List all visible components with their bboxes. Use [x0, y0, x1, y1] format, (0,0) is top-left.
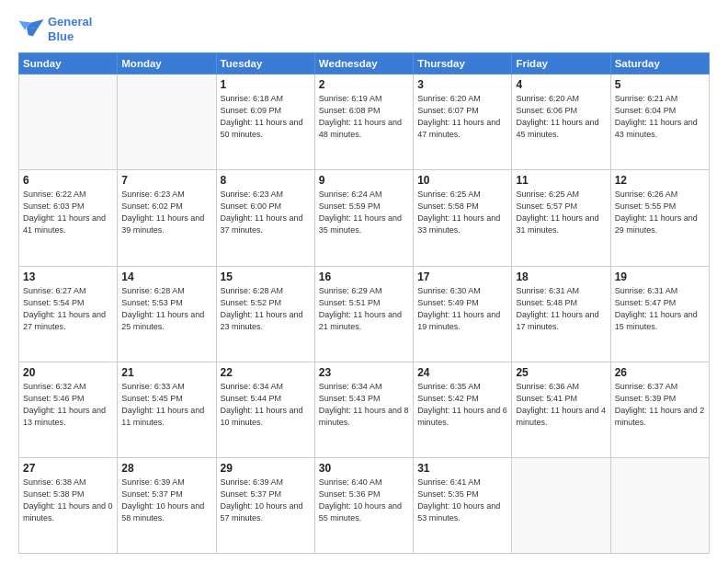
calendar-cell: 9Sunrise: 6:24 AMSunset: 5:59 PMDaylight… [314, 170, 413, 266]
calendar-cell: 12Sunrise: 6:26 AMSunset: 5:55 PMDayligh… [610, 170, 709, 266]
calendar-cell: 14Sunrise: 6:28 AMSunset: 5:53 PMDayligh… [118, 266, 216, 362]
page: General Blue SundayMondayTuesdayWednesda… [0, 0, 728, 563]
header: General Blue [18, 15, 710, 43]
day-number: 15 [221, 270, 311, 283]
calendar-week-row: 20Sunrise: 6:32 AMSunset: 5:46 PMDayligh… [19, 362, 710, 457]
cell-details: Sunrise: 6:31 AMSunset: 5:47 PMDaylight:… [615, 285, 705, 333]
day-number: 21 [121, 366, 211, 379]
day-number: 22 [221, 366, 311, 379]
calendar-cell: 10Sunrise: 6:25 AMSunset: 5:58 PMDayligh… [414, 170, 512, 266]
day-number: 9 [319, 174, 409, 187]
calendar-cell: 20Sunrise: 6:32 AMSunset: 5:46 PMDayligh… [19, 362, 118, 457]
calendar-cell: 2Sunrise: 6:19 AMSunset: 6:08 PMDaylight… [314, 75, 413, 170]
calendar-cell [512, 457, 610, 553]
day-number: 12 [615, 174, 705, 187]
calendar-cell: 18Sunrise: 6:31 AMSunset: 5:48 PMDayligh… [512, 266, 610, 362]
weekday-header: Thursday [414, 53, 512, 75]
cell-details: Sunrise: 6:32 AMSunset: 5:46 PMDaylight:… [23, 381, 113, 429]
day-number: 23 [319, 366, 409, 379]
calendar-table: SundayMondayTuesdayWednesdayThursdayFrid… [18, 52, 710, 554]
cell-details: Sunrise: 6:41 AMSunset: 5:35 PMDaylight:… [417, 477, 507, 524]
day-number: 17 [417, 270, 507, 283]
calendar-cell: 4Sunrise: 6:20 AMSunset: 6:06 PMDaylight… [512, 75, 610, 170]
calendar-cell: 8Sunrise: 6:23 AMSunset: 6:00 PMDaylight… [216, 170, 314, 266]
cell-details: Sunrise: 6:23 AMSunset: 6:00 PMDaylight:… [221, 189, 311, 236]
calendar-cell: 28Sunrise: 6:39 AMSunset: 5:37 PMDayligh… [118, 457, 216, 553]
day-number: 14 [121, 270, 211, 283]
calendar-cell: 29Sunrise: 6:39 AMSunset: 5:37 PMDayligh… [216, 457, 314, 553]
cell-details: Sunrise: 6:34 AMSunset: 5:44 PMDaylight:… [221, 381, 311, 429]
cell-details: Sunrise: 6:25 AMSunset: 5:58 PMDaylight:… [417, 189, 507, 236]
cell-details: Sunrise: 6:39 AMSunset: 5:37 PMDaylight:… [121, 477, 211, 524]
logo: General Blue [18, 15, 92, 43]
day-number: 27 [23, 462, 113, 475]
cell-details: Sunrise: 6:20 AMSunset: 6:06 PMDaylight:… [516, 93, 606, 141]
cell-details: Sunrise: 6:30 AMSunset: 5:49 PMDaylight:… [417, 285, 507, 333]
calendar-cell: 5Sunrise: 6:21 AMSunset: 6:04 PMDaylight… [610, 75, 709, 170]
day-number: 29 [221, 462, 311, 475]
logo-text: General Blue [48, 15, 92, 43]
calendar-cell [118, 75, 216, 170]
calendar-cell: 26Sunrise: 6:37 AMSunset: 5:39 PMDayligh… [610, 362, 709, 457]
cell-details: Sunrise: 6:40 AMSunset: 5:36 PMDaylight:… [319, 477, 409, 524]
calendar-week-row: 13Sunrise: 6:27 AMSunset: 5:54 PMDayligh… [19, 266, 710, 362]
weekday-header: Friday [512, 53, 610, 75]
day-number: 24 [417, 366, 507, 379]
cell-details: Sunrise: 6:21 AMSunset: 6:04 PMDaylight:… [615, 93, 705, 141]
day-number: 28 [121, 462, 211, 475]
calendar-cell: 6Sunrise: 6:22 AMSunset: 6:03 PMDaylight… [19, 170, 118, 266]
day-number: 7 [121, 174, 211, 187]
svg-marker-2 [27, 27, 38, 36]
day-number: 11 [516, 174, 606, 187]
calendar-cell: 16Sunrise: 6:29 AMSunset: 5:51 PMDayligh… [314, 266, 413, 362]
calendar-cell: 25Sunrise: 6:36 AMSunset: 5:41 PMDayligh… [512, 362, 610, 457]
day-number: 10 [417, 174, 507, 187]
day-number: 5 [615, 78, 705, 91]
cell-details: Sunrise: 6:36 AMSunset: 5:41 PMDaylight:… [516, 381, 606, 429]
calendar-cell: 21Sunrise: 6:33 AMSunset: 5:45 PMDayligh… [118, 362, 216, 457]
cell-details: Sunrise: 6:31 AMSunset: 5:48 PMDaylight:… [516, 285, 606, 333]
day-number: 26 [615, 366, 705, 379]
day-number: 18 [516, 270, 606, 283]
calendar-cell: 24Sunrise: 6:35 AMSunset: 5:42 PMDayligh… [414, 362, 512, 457]
day-number: 1 [221, 78, 311, 91]
cell-details: Sunrise: 6:23 AMSunset: 6:02 PMDaylight:… [121, 189, 211, 236]
calendar-cell: 15Sunrise: 6:28 AMSunset: 5:52 PMDayligh… [216, 266, 314, 362]
day-number: 30 [319, 462, 409, 475]
calendar-week-row: 27Sunrise: 6:38 AMSunset: 5:38 PMDayligh… [19, 457, 710, 553]
weekday-header-row: SundayMondayTuesdayWednesdayThursdayFrid… [19, 53, 710, 75]
cell-details: Sunrise: 6:33 AMSunset: 5:45 PMDaylight:… [121, 381, 211, 429]
day-number: 8 [221, 174, 311, 187]
cell-details: Sunrise: 6:24 AMSunset: 5:59 PMDaylight:… [319, 189, 409, 236]
cell-details: Sunrise: 6:26 AMSunset: 5:55 PMDaylight:… [615, 189, 705, 236]
cell-details: Sunrise: 6:22 AMSunset: 6:03 PMDaylight:… [23, 189, 113, 236]
cell-details: Sunrise: 6:29 AMSunset: 5:51 PMDaylight:… [319, 285, 409, 333]
cell-details: Sunrise: 6:34 AMSunset: 5:43 PMDaylight:… [319, 381, 409, 429]
calendar-cell: 13Sunrise: 6:27 AMSunset: 5:54 PMDayligh… [19, 266, 118, 362]
day-number: 6 [23, 174, 113, 187]
logo-icon [18, 19, 44, 40]
calendar-cell: 27Sunrise: 6:38 AMSunset: 5:38 PMDayligh… [19, 457, 118, 553]
cell-details: Sunrise: 6:27 AMSunset: 5:54 PMDaylight:… [23, 285, 113, 333]
weekday-header: Monday [118, 53, 216, 75]
day-number: 20 [23, 366, 113, 379]
day-number: 19 [615, 270, 705, 283]
calendar-cell: 11Sunrise: 6:25 AMSunset: 5:57 PMDayligh… [512, 170, 610, 266]
calendar-cell: 22Sunrise: 6:34 AMSunset: 5:44 PMDayligh… [216, 362, 314, 457]
cell-details: Sunrise: 6:35 AMSunset: 5:42 PMDaylight:… [417, 381, 507, 429]
calendar-cell: 1Sunrise: 6:18 AMSunset: 6:09 PMDaylight… [216, 75, 314, 170]
cell-details: Sunrise: 6:28 AMSunset: 5:52 PMDaylight:… [221, 285, 311, 333]
cell-details: Sunrise: 6:25 AMSunset: 5:57 PMDaylight:… [516, 189, 606, 236]
calendar-cell [19, 75, 118, 170]
calendar-cell: 23Sunrise: 6:34 AMSunset: 5:43 PMDayligh… [314, 362, 413, 457]
day-number: 3 [417, 78, 507, 91]
calendar-cell: 3Sunrise: 6:20 AMSunset: 6:07 PMDaylight… [414, 75, 512, 170]
cell-details: Sunrise: 6:20 AMSunset: 6:07 PMDaylight:… [417, 93, 507, 141]
calendar-cell: 30Sunrise: 6:40 AMSunset: 5:36 PMDayligh… [314, 457, 413, 553]
weekday-header: Wednesday [314, 53, 413, 75]
cell-details: Sunrise: 6:38 AMSunset: 5:38 PMDaylight:… [23, 477, 113, 524]
calendar-cell: 17Sunrise: 6:30 AMSunset: 5:49 PMDayligh… [414, 266, 512, 362]
cell-details: Sunrise: 6:28 AMSunset: 5:53 PMDaylight:… [121, 285, 211, 333]
calendar-cell: 7Sunrise: 6:23 AMSunset: 6:02 PMDaylight… [118, 170, 216, 266]
weekday-header: Sunday [19, 53, 118, 75]
